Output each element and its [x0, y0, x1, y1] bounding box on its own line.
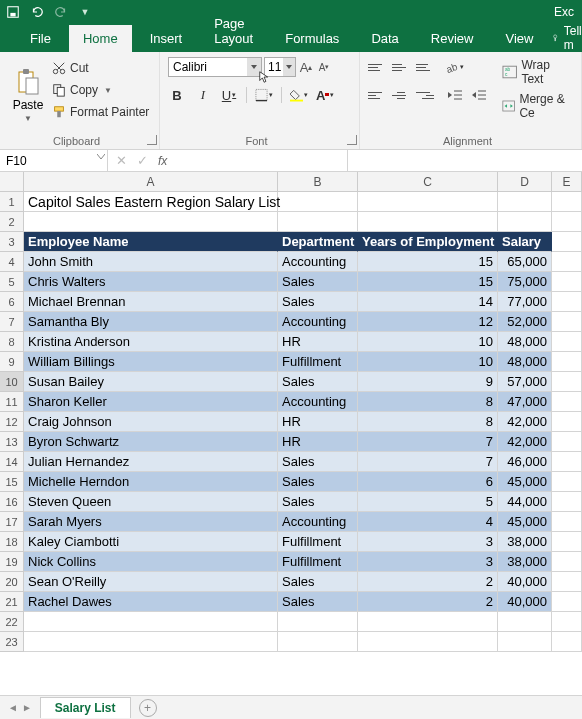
row-header[interactable]: 23 [0, 632, 24, 652]
row-header[interactable]: 13 [0, 432, 24, 452]
header-dept[interactable]: Department [278, 232, 358, 252]
col-header-b[interactable]: B [278, 172, 358, 192]
cell-salary[interactable]: 46,000 [498, 452, 552, 472]
cell-salary[interactable]: 48,000 [498, 332, 552, 352]
fx-icon[interactable]: fx [158, 154, 167, 168]
cell-dept[interactable]: Sales [278, 472, 358, 492]
chevron-down-icon[interactable] [97, 154, 105, 160]
cell-dept[interactable]: Sales [278, 372, 358, 392]
cell-name[interactable]: Nick Collins [24, 552, 278, 572]
paste-button[interactable]: Paste ▼ [8, 56, 48, 134]
chevron-down-icon[interactable] [247, 58, 261, 76]
cell-salary[interactable]: 42,000 [498, 412, 552, 432]
cell-years[interactable]: 3 [358, 552, 498, 572]
redo-icon[interactable] [52, 3, 70, 21]
cell-name[interactable]: Susan Bailey [24, 372, 278, 392]
row-header[interactable]: 9 [0, 352, 24, 372]
cell-salary[interactable]: 47,000 [498, 392, 552, 412]
tab-file[interactable]: File [16, 25, 65, 52]
cell-years[interactable]: 12 [358, 312, 498, 332]
cell-dept[interactable]: HR [278, 432, 358, 452]
tab-home[interactable]: Home [69, 25, 132, 52]
font-name-selector[interactable]: Calibri [168, 57, 262, 77]
decrease-font-icon[interactable]: A▾ [316, 62, 332, 73]
cell-name[interactable]: Kristina Anderson [24, 332, 278, 352]
cell-salary[interactable]: 65,000 [498, 252, 552, 272]
cell-salary[interactable]: 40,000 [498, 592, 552, 612]
cell-dept[interactable]: HR [278, 332, 358, 352]
format-painter-button[interactable]: Format Painter [52, 102, 149, 122]
row-header[interactable]: 12 [0, 412, 24, 432]
cell-name[interactable]: Kaley Ciambotti [24, 532, 278, 552]
cell-years[interactable]: 10 [358, 352, 498, 372]
border-button[interactable]: ▾ [255, 86, 273, 104]
cell-name[interactable]: Samantha Bly [24, 312, 278, 332]
cell-dept[interactable]: Accounting [278, 312, 358, 332]
cell-salary[interactable]: 75,000 [498, 272, 552, 292]
qat-dropdown-icon[interactable]: ▼ [76, 3, 94, 21]
row-header[interactable]: 16 [0, 492, 24, 512]
cell-salary[interactable]: 38,000 [498, 552, 552, 572]
row-header[interactable]: 21 [0, 592, 24, 612]
cell-years[interactable]: 7 [358, 432, 498, 452]
cell-name[interactable]: William Billings [24, 352, 278, 372]
align-left-button[interactable] [368, 87, 386, 103]
cell-name[interactable]: Byron Schwartz [24, 432, 278, 452]
cell-salary[interactable]: 45,000 [498, 472, 552, 492]
fill-color-button[interactable]: ▾ [290, 86, 308, 104]
tab-pagelayout[interactable]: Page Layout [200, 10, 267, 52]
italic-button[interactable]: I [194, 86, 212, 104]
align-top-button[interactable] [368, 59, 386, 75]
col-header-a[interactable]: A [24, 172, 278, 192]
cell-name[interactable]: Sharon Keller [24, 392, 278, 412]
row-header[interactable]: 8 [0, 332, 24, 352]
undo-icon[interactable] [28, 3, 46, 21]
header-years[interactable]: Years of Employment [358, 232, 498, 252]
cell-dept[interactable]: Accounting [278, 392, 358, 412]
cell-salary[interactable]: 57,000 [498, 372, 552, 392]
cell-years[interactable]: 4 [358, 512, 498, 532]
bold-button[interactable]: B [168, 86, 186, 104]
cell-name[interactable]: John Smith [24, 252, 278, 272]
cell-salary[interactable]: 48,000 [498, 352, 552, 372]
spreadsheet-grid[interactable]: A B C D E 1 Capitol Sales Eastern Region… [0, 172, 582, 652]
row-header[interactable]: 15 [0, 472, 24, 492]
cell-name[interactable]: Craig Johnson [24, 412, 278, 432]
cut-button[interactable]: Cut [52, 58, 149, 78]
cell-years[interactable]: 15 [358, 252, 498, 272]
cell-salary[interactable]: 42,000 [498, 432, 552, 452]
header-name[interactable]: Employee Name [24, 232, 278, 252]
cell-years[interactable]: 2 [358, 572, 498, 592]
increase-indent-button[interactable] [470, 86, 488, 104]
cell-dept[interactable]: Sales [278, 452, 358, 472]
tab-review[interactable]: Review [417, 25, 488, 52]
wrap-text-button[interactable]: abcWrap Text [502, 58, 573, 86]
cell-years[interactable]: 8 [358, 412, 498, 432]
tab-data[interactable]: Data [357, 25, 412, 52]
cell-dept[interactable]: Sales [278, 592, 358, 612]
copy-button[interactable]: Copy▼ [52, 80, 149, 100]
header-salary[interactable]: Salary [498, 232, 552, 252]
col-header-e[interactable]: E [552, 172, 582, 192]
cell-dept[interactable]: Sales [278, 572, 358, 592]
cell-dept[interactable]: Fulfillment [278, 532, 358, 552]
title-cell[interactable]: Capitol Sales Eastern Region Salary List [24, 192, 278, 212]
cell-years[interactable]: 10 [358, 332, 498, 352]
cell-years[interactable]: 2 [358, 592, 498, 612]
tab-view[interactable]: View [491, 25, 547, 52]
cell-years[interactable]: 15 [358, 272, 498, 292]
increase-font-icon[interactable]: A▴ [298, 60, 314, 75]
cell-dept[interactable]: Fulfillment [278, 352, 358, 372]
row-header[interactable]: 18 [0, 532, 24, 552]
col-header-c[interactable]: C [358, 172, 498, 192]
row-header[interactable]: 10 [0, 372, 24, 392]
row-header[interactable]: 4 [0, 252, 24, 272]
align-bottom-button[interactable] [416, 59, 434, 75]
cell-years[interactable]: 14 [358, 292, 498, 312]
cell-years[interactable]: 3 [358, 532, 498, 552]
cell-years[interactable]: 6 [358, 472, 498, 492]
cell-dept[interactable]: Sales [278, 272, 358, 292]
cell-dept[interactable]: HR [278, 412, 358, 432]
cancel-icon[interactable]: ✕ [116, 153, 127, 168]
row-header[interactable]: 22 [0, 612, 24, 632]
